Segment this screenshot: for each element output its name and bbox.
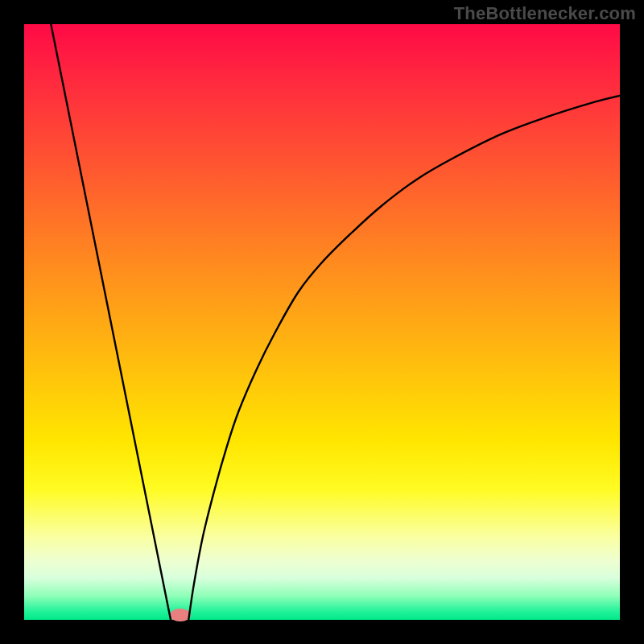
min-marker — [170, 609, 191, 621]
chart-frame: TheBottlenecker.com — [0, 0, 644, 644]
plot-background — [24, 24, 620, 620]
chart-svg — [0, 0, 644, 644]
